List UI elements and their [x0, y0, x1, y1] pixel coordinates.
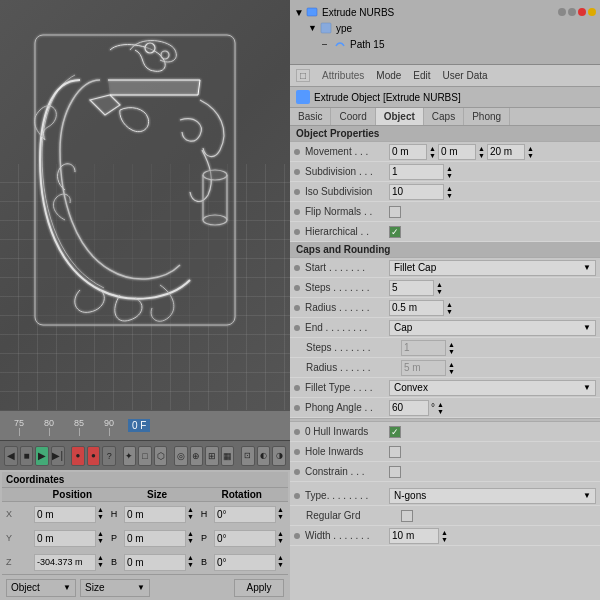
movement-z-spin[interactable]: ▲▼	[527, 145, 534, 159]
movement-y-input[interactable]: 0 m	[438, 144, 476, 160]
object-dropdown[interactable]: Object ▼	[6, 579, 76, 597]
size-h-spin[interactable]: ▲▼	[187, 506, 194, 523]
poly-mode-button[interactable]: ▦	[221, 446, 235, 466]
start-dropdown[interactable]: Fillet Cap ▼	[389, 260, 596, 276]
rot-p-spin[interactable]: ▲▼	[277, 530, 284, 547]
tab-phong[interactable]: Phong	[464, 108, 510, 125]
end-steps-label: Steps . . . . . . .	[306, 342, 401, 353]
movement-y-spin[interactable]: ▲▼	[478, 145, 485, 159]
hierarchical-row: Hierarchical . . ✓	[290, 222, 600, 242]
rot-h-spin[interactable]: ▲▼	[277, 506, 284, 523]
movement-x-spin[interactable]: ▲▼	[429, 145, 436, 159]
start-controls: Fillet Cap ▼	[389, 260, 596, 276]
object-title-text: Extrude Object [Extrude NURBS]	[314, 92, 461, 103]
start-label: Start . . . . . . .	[294, 262, 389, 273]
point-mode-button[interactable]: ⊕	[190, 446, 204, 466]
constrain-checkbox[interactable]	[389, 466, 401, 478]
viewport[interactable]	[0, 0, 290, 410]
tree-item-ype[interactable]: ▼ ype	[294, 20, 596, 36]
play-next-button[interactable]: ▶|	[51, 446, 65, 466]
end-radius-input[interactable]: 5 m	[401, 360, 446, 376]
movement-label: Movement . . .	[294, 146, 389, 157]
regular-grid-checkbox[interactable]	[401, 510, 413, 522]
scale-tool-button[interactable]: □	[138, 446, 152, 466]
width-input[interactable]: 10 m	[389, 528, 439, 544]
iso-subdivision-dot	[294, 189, 300, 195]
type-dropdown[interactable]: N-gons ▼	[389, 488, 596, 504]
size-dropdown[interactable]: Size ▼	[80, 579, 150, 597]
size-b-input[interactable]: 0 m	[124, 554, 186, 571]
attributes-bar: □ Attributes Mode Edit User Data	[290, 65, 600, 87]
h-label: H	[108, 509, 120, 519]
play-forward-button[interactable]: ▶	[35, 446, 49, 466]
end-dropdown[interactable]: Cap ▼	[389, 320, 596, 336]
snap-button[interactable]: ⊡	[241, 446, 255, 466]
record-pos-button[interactable]: ●	[87, 446, 101, 466]
render-button[interactable]: ◐	[257, 446, 271, 466]
attributes-checkbox[interactable]: □	[296, 69, 310, 82]
edge-mode-button[interactable]: ⊞	[205, 446, 219, 466]
movement-z-input[interactable]: 20 m	[487, 144, 525, 160]
left-panel: 75 80 85 90 0 F	[0, 0, 290, 600]
timeline-ruler[interactable]: 75 80 85 90 0 F	[4, 411, 286, 440]
radius-spin[interactable]: ▲▼	[446, 301, 453, 315]
fillet-type-dropdown[interactable]: Convex ▼	[389, 380, 596, 396]
subdivision-spin[interactable]: ▲▼	[446, 165, 453, 179]
help-button[interactable]: ?	[102, 446, 116, 466]
tab-object[interactable]: Object	[376, 108, 424, 125]
width-dot	[294, 533, 300, 539]
move-tool-button[interactable]: ✦	[123, 446, 137, 466]
object-manager-header: ▼ Extrude NURBS ▼	[290, 0, 600, 65]
rot-b-input[interactable]: 0°	[214, 554, 276, 571]
play-stop-button[interactable]: ■	[20, 446, 34, 466]
rotate-tool-button[interactable]: ⬡	[154, 446, 168, 466]
obj-mode-button[interactable]: ◎	[174, 446, 188, 466]
tab-caps[interactable]: Caps	[424, 108, 464, 125]
hierarchical-dot	[294, 229, 300, 235]
rot-p-input[interactable]: 0°	[214, 530, 276, 547]
size-p-input[interactable]: 0 m	[124, 530, 186, 547]
radius-input[interactable]: 0.5 m	[389, 300, 444, 316]
end-steps-input[interactable]: 1	[401, 340, 446, 356]
pos-x-input[interactable]: 0 m	[34, 506, 96, 523]
path-expand: –	[322, 39, 330, 49]
hierarchical-checkbox[interactable]: ✓	[389, 226, 401, 238]
phong-spin[interactable]: ▲▼	[437, 401, 444, 415]
apply-button[interactable]: Apply	[234, 579, 284, 597]
record-button[interactable]: ●	[71, 446, 85, 466]
render-view-button[interactable]: ◑	[272, 446, 286, 466]
phong-angle-input[interactable]: 60	[389, 400, 429, 416]
iso-subdivision-spin[interactable]: ▲▼	[446, 185, 453, 199]
tree-item-extrude-nurbs[interactable]: ▼ Extrude NURBS	[294, 4, 596, 20]
tree-item-path15[interactable]: – Path 15	[294, 36, 596, 52]
pos-y-spin[interactable]: ▲▼	[97, 530, 104, 547]
hull-inwards-checkbox[interactable]: ✓	[389, 426, 401, 438]
hole-inwards-row: Hole Inwards	[290, 442, 600, 462]
pos-z-spin[interactable]: ▲▼	[97, 554, 104, 571]
movement-x-input[interactable]: 0 m	[389, 144, 427, 160]
edit-tab[interactable]: Edit	[413, 70, 430, 81]
tab-coord[interactable]: Coord	[331, 108, 375, 125]
end-steps-spin[interactable]: ▲▼	[448, 341, 455, 355]
flip-normals-checkbox[interactable]	[389, 206, 401, 218]
mode-tab[interactable]: Mode	[376, 70, 401, 81]
play-back-button[interactable]: ◀	[4, 446, 18, 466]
width-spin[interactable]: ▲▼	[441, 529, 448, 543]
size-h-input[interactable]: 0 m	[124, 506, 186, 523]
pos-x-spin[interactable]: ▲▼	[97, 506, 104, 523]
tab-basic[interactable]: Basic	[290, 108, 331, 125]
steps-input[interactable]: 5	[389, 280, 434, 296]
hole-inwards-checkbox[interactable]	[389, 446, 401, 458]
rot-h-input[interactable]: 0°	[214, 506, 276, 523]
size-p-spin[interactable]: ▲▼	[187, 530, 194, 547]
end-radius-spin[interactable]: ▲▼	[448, 361, 455, 375]
iso-subdivision-input[interactable]: 10	[389, 184, 444, 200]
user-data-tab[interactable]: User Data	[443, 70, 488, 81]
pos-z-input[interactable]: -304.373 m	[34, 554, 96, 571]
rot-b-spin[interactable]: ▲▼	[277, 554, 284, 571]
pos-y-input[interactable]: 0 m	[34, 530, 96, 547]
steps-spin[interactable]: ▲▼	[436, 281, 443, 295]
subdivision-input[interactable]: 1	[389, 164, 444, 180]
steps-label: Steps . . . . . . .	[294, 282, 389, 293]
size-b-spin[interactable]: ▲▼	[187, 554, 194, 571]
